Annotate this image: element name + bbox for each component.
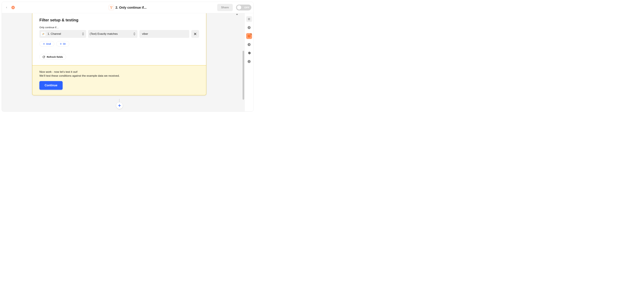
filter-app-icon (108, 5, 114, 10)
rail-info-button[interactable] (246, 59, 252, 64)
or-label: Or (63, 42, 66, 45)
svg-rect-4 (13, 6, 14, 7)
condition-hint: Only continue if… (40, 26, 199, 29)
filter-editor-card: Filter setup & testing Only continue if…… (32, 13, 206, 95)
refresh-label: Refresh fields (47, 55, 63, 58)
list-icon (248, 18, 250, 20)
condition-field-select[interactable]: 1. Channel (40, 30, 86, 38)
back-button[interactable] (4, 5, 9, 10)
condition-value-text: viber (142, 32, 148, 36)
refresh-fields-button[interactable]: Refresh fields (40, 54, 66, 60)
plus-icon (60, 43, 62, 45)
and-label: And (46, 42, 51, 45)
clock-icon (247, 43, 251, 46)
condition-row: 1. Channel (Text) Exactly matches viber (40, 30, 199, 38)
svg-rect-7 (13, 8, 14, 9)
canvas-area: Filter setup & testing Only continue if…… (2, 13, 244, 112)
info-icon (247, 60, 251, 63)
refresh-icon (42, 56, 45, 58)
app-window: 2. Only continue if... Share OFF Filter … (2, 2, 254, 112)
share-button[interactable]: Share (217, 4, 233, 11)
editor-body: Filter setup & testing Only continue if…… (2, 13, 253, 112)
select-stepper-icon (82, 32, 84, 36)
section-title: Filter setup & testing (40, 18, 199, 22)
rail-outline-button[interactable] (246, 16, 252, 22)
add-and-button[interactable]: And (40, 41, 54, 46)
clear-condition-button[interactable] (191, 30, 199, 38)
condition-operator-label: (Text) Exactly matches (90, 32, 118, 36)
help-icon: ? (247, 26, 251, 29)
svg-rect-2 (11, 7, 12, 8)
svg-rect-32 (249, 61, 249, 61)
svg-rect-5 (12, 8, 13, 9)
gear-icon (247, 51, 251, 55)
svg-rect-26 (249, 36, 249, 37)
test-line-1: Nice work - now let’s test it out! (40, 70, 199, 74)
svg-point-10 (44, 33, 44, 34)
chevron-left-icon (6, 6, 8, 9)
svg-text:?: ? (248, 26, 250, 29)
top-bar: 2. Only continue if... Share OFF (2, 2, 253, 13)
alert-icon (248, 34, 251, 38)
plus-icon (118, 104, 121, 107)
svg-rect-31 (249, 61, 249, 62)
svg-rect-6 (12, 6, 13, 7)
condition-value-input[interactable]: viber (140, 30, 189, 38)
step-title-text: 2. Only continue if... (116, 6, 146, 9)
svg-rect-25 (249, 35, 249, 36)
vertical-scrollbar[interactable] (242, 51, 244, 100)
add-or-button[interactable]: Or (56, 41, 69, 46)
svg-rect-1 (13, 8, 13, 9)
zapier-logo-icon (11, 5, 15, 10)
right-rail: ? 2 (244, 13, 253, 112)
add-step-button[interactable] (116, 102, 123, 109)
test-panel: Nice work - now let’s test it out! We’ll… (32, 65, 206, 95)
svg-marker-8 (110, 6, 112, 9)
toggle-knob (237, 5, 241, 10)
plus-icon (43, 43, 45, 45)
toggle-label: OFF (244, 6, 250, 9)
test-line-2: We’ll test these conditions against the … (40, 74, 199, 78)
condition-operator-select[interactable]: (Text) Exactly matches (88, 30, 138, 38)
svg-rect-3 (14, 7, 15, 8)
rail-help-button[interactable]: ? (246, 25, 252, 30)
rail-history-button[interactable] (246, 42, 252, 47)
zap-toggle[interactable]: OFF (236, 4, 252, 10)
scroll-up-arrow-icon[interactable] (236, 13, 238, 15)
rail-alerts-button[interactable]: 2 (246, 33, 252, 39)
select-stepper-icon (133, 32, 136, 36)
trigger-app-icon (41, 32, 46, 36)
close-icon (194, 32, 197, 36)
rail-settings-button[interactable] (246, 50, 252, 56)
condition-field-label: 1. Channel (48, 32, 61, 36)
alert-count-badge: 2 (250, 33, 252, 35)
continue-button[interactable]: Continue (40, 81, 62, 90)
svg-rect-0 (13, 5, 13, 7)
step-title: 2. Only continue if... (108, 2, 146, 13)
svg-point-9 (42, 34, 43, 35)
